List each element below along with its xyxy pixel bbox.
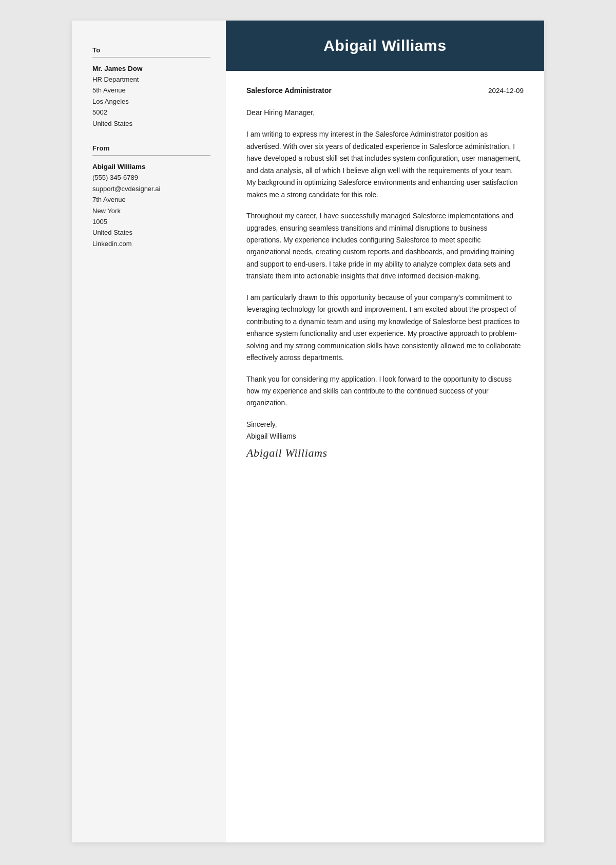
letter-signatory: Abigail Williams bbox=[246, 432, 524, 440]
cover-letter-page: To Mr. James Dow HR Department 5th Avenu… bbox=[72, 21, 544, 842]
main-content: Abigail Williams Salesforce Administrato… bbox=[226, 21, 544, 842]
recipient-line1: HR Department bbox=[92, 74, 210, 85]
sender-line2: New York bbox=[92, 205, 210, 216]
recipient-line5: United States bbox=[92, 118, 210, 129]
to-label: To bbox=[92, 46, 210, 54]
letter-paragraph-2: Throughout my career, I have successfull… bbox=[246, 210, 524, 283]
recipient-line3: Los Angeles bbox=[92, 96, 210, 107]
job-position: Salesforce Administrator bbox=[246, 86, 332, 95]
letter-date: 2024-12-09 bbox=[488, 87, 524, 95]
letter-signature: Abigail Williams bbox=[246, 446, 524, 460]
to-divider bbox=[92, 57, 210, 58]
letter-paragraph-1: I am writing to express my interest in t… bbox=[246, 128, 524, 201]
recipient-line4: 5002 bbox=[92, 107, 210, 118]
from-label: From bbox=[92, 144, 210, 152]
recipient-line2: 5th Avenue bbox=[92, 85, 210, 96]
sender-phone: (555) 345-6789 bbox=[92, 172, 210, 183]
sender-line4: United States bbox=[92, 227, 210, 238]
applicant-name: Abigail Williams bbox=[241, 37, 529, 54]
sender-line5: Linkedin.com bbox=[92, 238, 210, 249]
sender-line1: 7th Avenue bbox=[92, 194, 210, 205]
from-divider bbox=[92, 155, 210, 156]
sender-line3: 1005 bbox=[92, 216, 210, 227]
sender-name: Abigail Williams bbox=[92, 163, 210, 171]
to-section: To Mr. James Dow HR Department 5th Avenu… bbox=[92, 46, 210, 129]
letter-meta: Salesforce Administrator 2024-12-09 bbox=[246, 86, 524, 95]
recipient-name: Mr. James Dow bbox=[92, 65, 210, 72]
from-section: From Abigail Williams (555) 345-6789 sup… bbox=[92, 144, 210, 249]
sidebar: To Mr. James Dow HR Department 5th Avenu… bbox=[72, 21, 226, 842]
header-banner: Abigail Williams bbox=[226, 21, 544, 71]
letter-paragraph-3: I am particularly drawn to this opportun… bbox=[246, 292, 524, 364]
letter-paragraph-4: Thank you for considering my application… bbox=[246, 373, 524, 409]
letter-closing: Sincerely, bbox=[246, 419, 524, 430]
letter-body: Salesforce Administrator 2024-12-09 Dear… bbox=[226, 71, 544, 480]
letter-greeting: Dear Hiring Manager, bbox=[246, 107, 524, 118]
sender-email: support@cvdesigner.ai bbox=[92, 183, 210, 194]
